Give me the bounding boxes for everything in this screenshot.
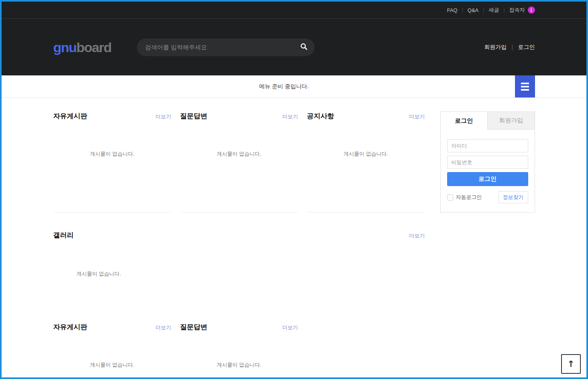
login-submit-button[interactable]: 로그인 — [447, 172, 528, 186]
topbar-link-visitors[interactable]: 접속자 — [509, 6, 525, 14]
logo-part-board: board — [76, 40, 111, 55]
board-qna: 질문답변 더보기 게시물이 없습니다. — [180, 111, 298, 213]
header-member-links: 회원가입 | 로그인 — [484, 44, 535, 51]
divider: | — [511, 44, 513, 51]
board-qna-bottom: 질문답변 더보기 게시물이 없습니다. — [180, 322, 298, 379]
site-header: gnuboard 회원가입 | 로그인 — [2, 19, 586, 75]
more-link-notice[interactable]: 더보기 — [409, 113, 425, 120]
menu-placeholder-text: 메뉴 준비 중입니다. — [53, 75, 515, 97]
site-logo[interactable]: gnuboard — [53, 41, 112, 54]
empty-message: 게시물이 없습니다. — [307, 121, 425, 183]
topbar-link-new-posts[interactable]: 새글 — [488, 6, 499, 14]
topbar-link-qna[interactable]: Q&A — [468, 7, 478, 13]
menubar: 메뉴 준비 중입니다. — [2, 75, 586, 98]
topbar: FAQ | Q&A | 새글 | 접속자 1 — [2, 2, 586, 19]
search-bar — [137, 39, 315, 56]
board-title-qna-bottom[interactable]: 질문답변 — [180, 322, 208, 332]
search-icon — [300, 43, 307, 51]
board-title-free[interactable]: 자유게시판 — [53, 111, 87, 121]
scroll-to-top-button[interactable]: ↑ — [561, 354, 581, 374]
empty-message: 게시물이 없습니다. — [53, 332, 171, 379]
divider: | — [462, 7, 463, 13]
tab-signup[interactable]: 회원가입 — [487, 112, 535, 130]
board-free-bottom: 자유게시판 더보기 게시물이 없습니다. — [53, 322, 171, 379]
topbar-link-faq[interactable]: FAQ — [447, 7, 458, 13]
login-box: 로그인 회원가입 로그인 자동로그인 정보찾기 — [440, 111, 535, 213]
login-id-field[interactable] — [447, 139, 528, 152]
board-title-gallery[interactable]: 갤러리 — [53, 231, 74, 240]
more-link-gallery[interactable]: 더보기 — [409, 232, 425, 239]
logo-part-gnu: gnu — [53, 40, 77, 55]
tab-login[interactable]: 로그인 — [441, 112, 488, 130]
empty-message: 게시물이 없습니다. — [53, 240, 425, 322]
auto-login-checkbox[interactable] — [447, 195, 453, 201]
hamburger-icon — [521, 83, 529, 84]
board-title-free-bottom[interactable]: 자유게시판 — [53, 322, 87, 332]
arrow-up-icon: ↑ — [567, 360, 574, 369]
divider: | — [503, 7, 505, 13]
more-link-qna-bottom[interactable]: 더보기 — [283, 324, 298, 331]
board-free: 자유게시판 더보기 게시물이 없습니다. — [53, 111, 171, 213]
more-link-free-bottom[interactable]: 더보기 — [156, 324, 171, 331]
empty-message: 게시물이 없습니다. — [53, 121, 171, 183]
auto-login-label: 자동로그인 — [456, 194, 482, 201]
auto-login-option[interactable]: 자동로그인 — [447, 194, 482, 201]
sidebar: 로그인 회원가입 로그인 자동로그인 정보찾기 — [440, 111, 535, 213]
board-notice: 공지사항 더보기 게시물이 없습니다. — [307, 111, 425, 213]
hamburger-menu-button[interactable] — [515, 75, 535, 97]
empty-message: 게시물이 없습니다. — [180, 332, 298, 379]
search-button[interactable] — [300, 43, 307, 51]
empty-message: 게시물이 없습니다. — [180, 121, 298, 183]
signup-link[interactable]: 회원가입 — [484, 44, 507, 51]
visitor-count-badge: 1 — [528, 6, 535, 14]
main-content: 자유게시판 더보기 게시물이 없습니다. 질문답변 더보기 게시물이 없습니다.… — [53, 98, 535, 379]
more-link-free[interactable]: 더보기 — [156, 113, 171, 120]
find-info-button[interactable]: 정보찾기 — [498, 191, 528, 203]
search-input[interactable] — [145, 44, 300, 51]
login-password-field[interactable] — [447, 156, 528, 169]
board-title-qna[interactable]: 질문답변 — [180, 111, 208, 121]
more-link-qna[interactable]: 더보기 — [283, 113, 298, 120]
divider: | — [483, 7, 484, 13]
login-link[interactable]: 로그인 — [518, 44, 535, 51]
board-gallery: 갤러리 더보기 게시물이 없습니다. — [53, 231, 425, 322]
board-title-notice[interactable]: 공지사항 — [307, 111, 334, 121]
